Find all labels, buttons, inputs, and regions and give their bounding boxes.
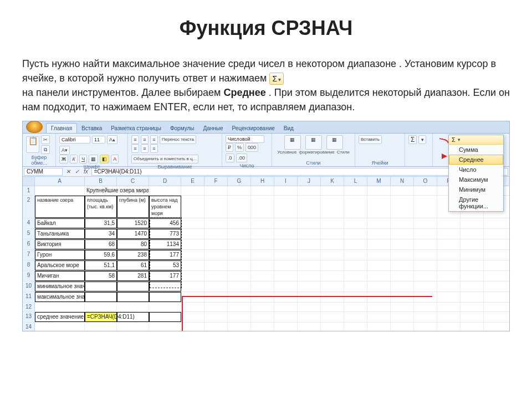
cell[interactable] — [181, 282, 204, 291]
cell[interactable] — [321, 196, 344, 218]
cell[interactable] — [149, 312, 181, 322]
cell[interactable] — [228, 260, 251, 270]
cell[interactable]: 31,5 — [85, 218, 117, 228]
cell[interactable] — [274, 186, 298, 195]
cell[interactable] — [228, 186, 251, 195]
cell[interactable] — [274, 312, 298, 322]
cell[interactable] — [274, 292, 298, 302]
cell[interactable] — [391, 282, 414, 291]
cell[interactable] — [461, 218, 484, 228]
align-left-button[interactable]: ≡ — [131, 144, 139, 153]
cell[interactable] — [149, 282, 181, 291]
cell[interactable] — [367, 271, 391, 281]
cell[interactable] — [321, 323, 344, 331]
cell[interactable] — [274, 282, 298, 291]
cell[interactable] — [414, 303, 437, 311]
cell[interactable]: 53 — [149, 260, 181, 270]
cell[interactable] — [344, 196, 367, 218]
cell[interactable] — [85, 303, 117, 311]
worksheet-grid[interactable]: A B C D E F G H I J K L M N O P 1Крупней… — [23, 177, 509, 331]
cell[interactable] — [298, 229, 321, 239]
cell[interactable] — [204, 271, 228, 281]
cell[interactable] — [228, 218, 251, 228]
row-header[interactable]: 9 — [23, 271, 35, 281]
cell[interactable] — [344, 292, 367, 302]
row-header[interactable]: 14 — [23, 323, 35, 331]
cell[interactable] — [204, 218, 228, 228]
cell[interactable] — [344, 303, 367, 311]
cell[interactable]: 238 — [117, 250, 149, 260]
paste-button[interactable]: 📋 — [26, 136, 39, 153]
cell[interactable]: =СРЗНАЧ(D4:D11) — [85, 312, 117, 322]
comma-button[interactable]: 000 — [245, 143, 258, 152]
cell[interactable] — [228, 239, 251, 249]
cell[interactable] — [117, 312, 149, 322]
col-header[interactable]: K — [321, 177, 344, 186]
cell[interactable] — [461, 282, 484, 291]
cell[interactable] — [344, 323, 367, 331]
cell[interactable] — [437, 218, 461, 228]
cell[interactable] — [461, 271, 484, 281]
cell[interactable] — [274, 271, 298, 281]
tab-review[interactable]: Рецензирование — [228, 124, 279, 133]
tab-data[interactable]: Данные — [198, 124, 227, 133]
align-right-button[interactable]: ≡ — [150, 144, 158, 153]
grow-font-button[interactable]: A▴ — [107, 135, 117, 144]
cell[interactable] — [181, 292, 204, 302]
menu-item-count[interactable]: Число — [449, 165, 503, 175]
cell[interactable] — [391, 271, 414, 281]
cell[interactable] — [204, 303, 228, 311]
cell[interactable] — [228, 282, 251, 291]
cell[interactable] — [298, 239, 321, 249]
cell[interactable] — [251, 186, 274, 195]
cell[interactable] — [251, 239, 274, 249]
cell[interactable] — [204, 196, 228, 218]
cell[interactable] — [367, 323, 391, 331]
underline-button[interactable]: Ч — [79, 155, 87, 163]
cell[interactable] — [344, 271, 367, 281]
cell[interactable] — [437, 229, 461, 239]
cell[interactable] — [321, 282, 344, 291]
col-header[interactable]: I — [274, 177, 298, 186]
cell[interactable] — [274, 196, 298, 218]
cell[interactable] — [117, 282, 149, 291]
cell[interactable] — [367, 282, 391, 291]
cell[interactable] — [35, 186, 85, 195]
cell[interactable] — [344, 282, 367, 291]
cell[interactable] — [391, 229, 414, 239]
align-bot-button[interactable]: ≡ — [150, 135, 158, 144]
cell[interactable] — [321, 292, 344, 302]
cell[interactable] — [414, 239, 437, 249]
cell[interactable] — [414, 196, 437, 218]
cell[interactable] — [344, 229, 367, 239]
row-header[interactable]: 7 — [23, 250, 35, 260]
cell[interactable] — [251, 323, 274, 331]
cell[interactable] — [391, 218, 414, 228]
currency-button[interactable]: ₽ — [226, 143, 233, 152]
col-header[interactable]: C — [117, 177, 149, 186]
cell[interactable] — [298, 282, 321, 291]
insert-cells-button[interactable]: Вставить — [359, 135, 382, 144]
menu-item-more[interactable]: Другие функции... — [449, 195, 503, 211]
cell[interactable] — [344, 260, 367, 270]
cell[interactable] — [204, 260, 228, 270]
cell[interactable] — [251, 282, 274, 291]
cell[interactable] — [461, 323, 484, 331]
cell[interactable] — [321, 218, 344, 228]
cell[interactable] — [181, 186, 204, 195]
cell[interactable]: 51,1 — [85, 260, 117, 270]
cell[interactable] — [367, 196, 391, 218]
cell[interactable] — [251, 292, 274, 302]
tab-formulas[interactable]: Формулы — [166, 124, 199, 133]
cell[interactable] — [391, 250, 414, 260]
row-header[interactable]: 8 — [23, 260, 35, 270]
wrap-text-button[interactable]: Перенос текста — [160, 135, 196, 144]
cell[interactable] — [461, 229, 484, 239]
row-header[interactable]: 1 — [23, 186, 35, 195]
cell[interactable] — [251, 303, 274, 311]
cell[interactable] — [35, 303, 85, 311]
autosum-inline-button[interactable]: Σ▾ — [269, 73, 284, 85]
cell[interactable]: 34 — [85, 229, 117, 239]
cell[interactable] — [298, 186, 321, 195]
cell[interactable] — [274, 229, 298, 239]
